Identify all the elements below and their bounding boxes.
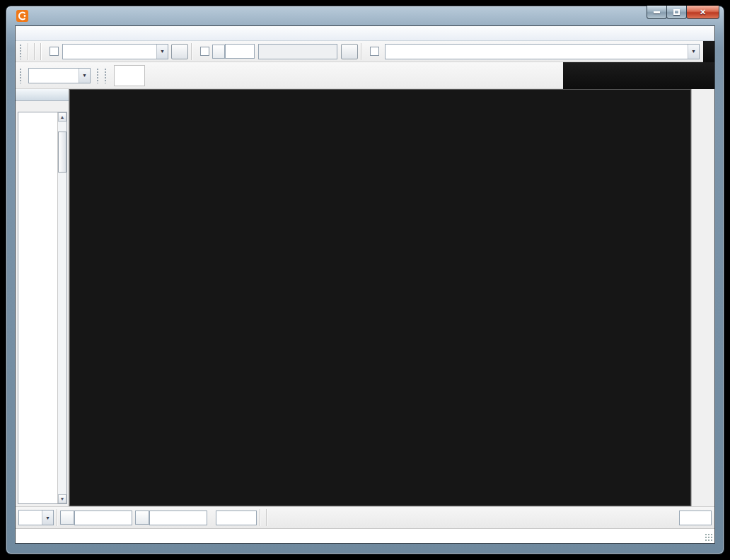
dcode-number-input[interactable]: [225, 44, 255, 59]
layers-panel-header[interactable]: [16, 89, 69, 101]
zoom-input[interactable]: [216, 511, 257, 525]
only-dcode-checkbox[interactable]: [200, 47, 209, 56]
unit-combo[interactable]: ▼: [18, 510, 54, 525]
item-filter-combo[interactable]: ▼: [28, 68, 91, 83]
view-eye-button[interactable]: [114, 65, 145, 86]
minimize-icon: [654, 11, 660, 13]
previous-dcode-button[interactable]: [341, 44, 358, 59]
toolbar-grip[interactable]: [96, 68, 100, 83]
scroll-down-icon[interactable]: ▼: [58, 494, 66, 503]
dcode-info-box: [258, 44, 337, 59]
dock-background: [563, 62, 714, 89]
chevron-down-icon: ▼: [688, 45, 699, 59]
secondary-toolbar-row: ▼: [16, 62, 714, 89]
chevron-down-icon: ▼: [79, 69, 90, 83]
toolbar-grip[interactable]: [19, 44, 23, 59]
app-window: ✕ ▼: [6, 6, 724, 554]
shape-file-combo[interactable]: ▼: [62, 44, 168, 59]
toolbar-grip[interactable]: [104, 68, 108, 83]
edit-toolbar: [691, 89, 714, 506]
x-coordinate-button[interactable]: [60, 511, 74, 525]
chevron-down-icon: ▼: [42, 511, 53, 525]
maximize-button[interactable]: [666, 6, 687, 19]
maximize-icon: [673, 9, 680, 15]
screen: ✕ ▼: [0, 0, 730, 560]
status-bar: [16, 528, 714, 543]
pcb-canvas[interactable]: [69, 89, 691, 506]
x-coordinate-input[interactable]: [74, 511, 132, 525]
client-area: ▼ ▼: [15, 25, 715, 544]
scroll-up-icon[interactable]: ▲: [58, 112, 66, 122]
grid-spacing-input[interactable]: [679, 511, 712, 525]
only-shape-checkbox[interactable]: [50, 47, 59, 56]
main-area: ▲ ▼: [16, 89, 714, 506]
scrollbar-thumb[interactable]: [58, 132, 66, 173]
previous-shape-button[interactable]: [171, 44, 188, 59]
close-button[interactable]: ✕: [686, 6, 719, 19]
dock-background: [703, 41, 714, 62]
toolbar-grip[interactable]: [19, 68, 23, 83]
y-coordinate-button[interactable]: [135, 511, 149, 525]
only-net-checkbox[interactable]: [370, 47, 379, 56]
layers-panel: ▲ ▼: [16, 89, 69, 506]
layer-list: ▲ ▼: [18, 112, 67, 504]
layer-list-scrollbar[interactable]: ▲ ▼: [57, 112, 66, 503]
resize-grip[interactable]: [705, 533, 713, 542]
dcode-button[interactable]: [212, 45, 225, 59]
main-toolbar-row: ▼ ▼: [16, 41, 714, 62]
chevron-down-icon: ▼: [156, 45, 168, 59]
y-coordinate-input[interactable]: [149, 511, 207, 525]
minimize-button[interactable]: [647, 6, 667, 19]
status-toolbar: ▼: [16, 506, 714, 528]
app-icon: [16, 10, 28, 22]
net-combo[interactable]: ▼: [385, 44, 700, 59]
menu-bar: [16, 26, 714, 41]
title-bar[interactable]: ✕: [6, 6, 724, 25]
close-icon: ✕: [700, 8, 706, 17]
